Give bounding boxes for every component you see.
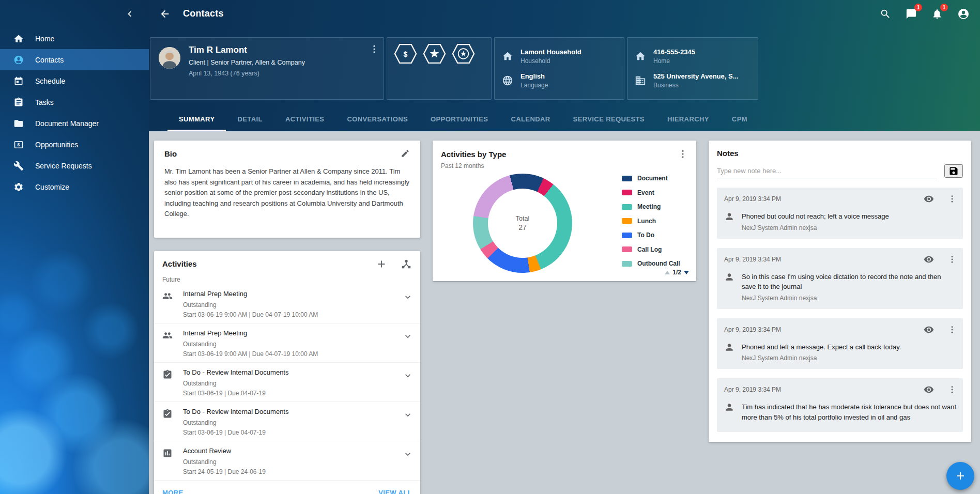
phone-row[interactable]: 416-555-2345 Home — [635, 48, 751, 65]
activity-status: Outstanding — [183, 419, 403, 426]
sidebar-item-schedule[interactable]: Schedule — [0, 70, 149, 91]
activity-row[interactable]: To Do - Review Internal Documents Outsta… — [154, 402, 420, 441]
note-menu-button[interactable] — [947, 385, 957, 394]
sidebar-collapse-button[interactable] — [122, 6, 137, 22]
add-activity-button[interactable] — [376, 258, 387, 270]
more-link[interactable]: MORE — [162, 489, 183, 494]
household-row[interactable]: Lamont Household Household — [502, 48, 617, 65]
chevron-down-icon[interactable] — [403, 371, 413, 381]
language-value: English — [520, 72, 548, 80]
bio-text: Mr. Tim Lamont has been a Senior Partner… — [164, 166, 410, 220]
sidebar-item-label: Customize — [35, 183, 69, 191]
tab-cpm[interactable]: CPM — [721, 109, 759, 131]
add-fab-button[interactable] — [946, 462, 974, 490]
legend-label: Lunch — [637, 218, 656, 225]
activity-title: Account Review — [183, 447, 403, 455]
note-menu-button[interactable] — [947, 255, 957, 264]
activity-row[interactable]: To Do - Review Internal Documents Outsta… — [154, 363, 420, 402]
chart-menu-button[interactable] — [678, 149, 688, 159]
activity-row[interactable]: Internal Prep Meeting Outstanding Start … — [154, 284, 420, 323]
sidebar-item-opportunities[interactable]: Opportunities — [0, 134, 149, 155]
account-button[interactable] — [956, 7, 971, 21]
note-menu-button[interactable] — [947, 325, 957, 334]
home-icon — [635, 51, 646, 62]
save-icon — [948, 166, 959, 176]
dollar-badge-icon[interactable]: $ — [394, 43, 417, 64]
language-row[interactable]: English Language — [502, 72, 617, 89]
chevron-down-icon[interactable] — [403, 410, 413, 420]
search-button[interactable] — [879, 7, 892, 21]
note-visibility-button[interactable] — [924, 384, 934, 395]
legend-swatch — [622, 218, 632, 224]
chevron-down-icon[interactable] — [403, 292, 413, 302]
avatar — [159, 47, 180, 69]
pager-text: 1/2 — [672, 269, 681, 276]
activity-dates: Start 03-06-19 | Due 04-07-19 — [183, 429, 403, 436]
legend-swatch — [622, 176, 632, 181]
svg-text:$: $ — [404, 50, 408, 58]
view-all-link[interactable]: VIEW ALL — [378, 489, 412, 494]
note-menu-button[interactable] — [947, 194, 957, 204]
sidebar-item-service-requests[interactable]: Service Requests — [0, 155, 149, 176]
sidebar-item-label: Contacts — [35, 56, 64, 64]
notifications-button[interactable]: 1 — [930, 7, 944, 21]
note-visibility-button[interactable] — [924, 254, 934, 265]
kebab-icon — [678, 149, 688, 159]
page-up-icon[interactable] — [665, 271, 670, 274]
legend-item: Document — [622, 175, 686, 182]
legend-item: Event — [622, 189, 686, 196]
activity-dates: Start 03-06-19 | Due 04-07-19 — [183, 390, 403, 397]
donut-chart: Total 27 — [473, 174, 572, 273]
note-visibility-button[interactable] — [924, 194, 934, 204]
badges-card: $ — [387, 37, 492, 100]
activity-status: Outstanding — [183, 380, 403, 387]
sidebar-item-document-manager[interactable]: Document Manager — [0, 113, 149, 134]
activity-row[interactable]: Internal Prep Meeting Outstanding Start … — [154, 323, 420, 363]
pencil-icon — [401, 149, 410, 158]
sidebar-item-home[interactable]: Home — [0, 28, 149, 49]
legend-item: Lunch — [622, 218, 686, 225]
back-button[interactable] — [158, 7, 172, 21]
activity-row[interactable]: Account Review Outstanding Start 24-05-1… — [154, 441, 420, 481]
profile-summary-row: Tim R Lamont Client | Senior Partner, Al… — [150, 37, 980, 100]
sidebar-item-contacts[interactable]: Contacts — [0, 49, 149, 70]
tab-detail[interactable]: DETAIL — [226, 109, 273, 131]
folder-icon — [13, 118, 24, 129]
sidebar-item-tasks[interactable]: Tasks — [0, 91, 149, 113]
eye-icon — [924, 254, 934, 265]
chevron-down-icon[interactable] — [403, 331, 413, 342]
note-item: Apr 9, 2019 3:34 PM Phoned and left a me… — [717, 318, 963, 369]
profile-menu-button[interactable] — [368, 43, 380, 55]
tab-calendar[interactable]: CALENDAR — [499, 109, 561, 131]
page-down-icon[interactable] — [684, 271, 689, 274]
legend-item: Call Log — [622, 246, 686, 253]
activity-status: Outstanding — [183, 301, 403, 308]
star-badge-icon[interactable] — [423, 43, 446, 64]
sidebar-item-customize[interactable]: Customize — [0, 176, 149, 197]
tab-opportunities[interactable]: OPPORTUNITIES — [419, 109, 499, 131]
address-row[interactable]: 525 University Avenue, S... Business — [635, 72, 751, 89]
tab-summary[interactable]: SUMMARY — [167, 109, 226, 131]
tab-hierarchy[interactable]: HIERARCHY — [656, 109, 721, 131]
tab-service-requests[interactable]: SERVICE REQUESTS — [562, 109, 656, 131]
note-item: Apr 9, 2019 3:34 PM Tim has indicated th… — [717, 378, 963, 432]
contact-tabs: SUMMARY DETAIL ACTIVITIES CONVERSATIONS … — [149, 109, 980, 131]
sidebar: Home Contacts Schedule Tasks Document Ma… — [0, 0, 149, 494]
legend-item: Outbound Call — [622, 260, 686, 267]
edit-bio-button[interactable] — [401, 149, 410, 158]
person-icon — [724, 211, 734, 222]
chevron-down-icon[interactable] — [403, 449, 413, 459]
account-circle-icon — [13, 55, 24, 65]
save-note-button[interactable] — [944, 164, 963, 178]
activity-status: Outstanding — [183, 341, 403, 348]
note-input[interactable] — [717, 164, 937, 178]
hierarchy-view-button[interactable] — [401, 258, 412, 270]
summary-content: Bio Mr. Tim Lamont has been a Senior Par… — [149, 131, 980, 494]
conversations-button[interactable]: 1 — [905, 7, 918, 21]
eye-icon — [924, 325, 934, 335]
star-medal-badge-icon[interactable] — [452, 43, 475, 64]
note-timestamp: Apr 9, 2019 3:34 PM — [724, 256, 781, 263]
tab-conversations[interactable]: CONVERSATIONS — [335, 109, 419, 131]
tab-activities[interactable]: ACTIVITIES — [274, 109, 336, 131]
note-visibility-button[interactable] — [924, 325, 934, 335]
